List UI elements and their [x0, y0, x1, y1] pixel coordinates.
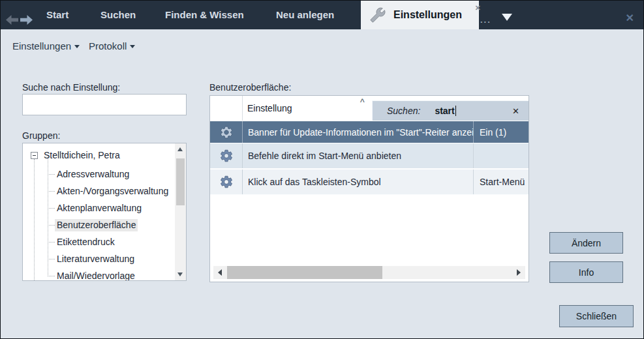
- tree-connector-line: [34, 159, 35, 280]
- tab-bar: Start Suchen Finden & Wissen Neu anlegen…: [1, 1, 643, 29]
- tab-dropdown-caret-icon[interactable]: [502, 14, 512, 21]
- settings-table: Einstellung ^ Suchen: start ✕ Banner für…: [209, 95, 529, 282]
- tree-collapse-icon[interactable]: [31, 152, 38, 159]
- table-search-value[interactable]: start: [435, 106, 454, 116]
- aendern-button[interactable]: Ändern: [549, 232, 623, 254]
- back-icon[interactable]: [6, 15, 18, 27]
- info-button[interactable]: Info: [549, 261, 623, 283]
- scrollbar-thumb[interactable]: [176, 158, 185, 205]
- menu-einstellungen[interactable]: Einstellungen: [12, 40, 80, 52]
- tab-suchen[interactable]: Suchen: [100, 9, 136, 20]
- sort-ascending-icon[interactable]: ^: [360, 97, 365, 108]
- tree-item-etikettendruck[interactable]: Etikettendruck: [55, 235, 117, 249]
- icon-column-header: [210, 96, 243, 121]
- forward-icon[interactable]: [20, 15, 33, 27]
- search-close-icon[interactable]: ✕: [512, 106, 519, 116]
- tree-item-akten-vorgangsverwaltung[interactable]: Akten-/Vorgangsverwaltung: [55, 184, 170, 198]
- gear-icon: [210, 170, 243, 194]
- setting-name: Befehle direkt im Start-Menü anbieten: [243, 143, 473, 168]
- scroll-left-icon[interactable]: [218, 269, 222, 276]
- schliessen-button[interactable]: Schließen: [559, 305, 634, 327]
- settings-table-title: Benutzeroberfläche:: [209, 82, 291, 93]
- tree-item-adressverwaltung[interactable]: Adressverwaltung: [55, 167, 131, 181]
- tab-einstellungen-active[interactable]: Einstellungen ✕: [361, 1, 479, 29]
- tree-vertical-scrollbar[interactable]: [175, 143, 186, 280]
- setting-name: Klick auf das Taskleisten-Symbol: [243, 170, 473, 194]
- setting-value: Ein (1): [473, 121, 529, 143]
- tree-item-label: Benutzeroberfläche: [55, 219, 138, 231]
- text-cursor: [455, 106, 456, 116]
- tree-root-item[interactable]: Stelltdichein, Petra: [31, 148, 122, 162]
- menu-protokoll[interactable]: Protokoll: [89, 40, 135, 52]
- history-navigation: [6, 15, 33, 27]
- setting-value: [473, 143, 529, 168]
- setting-search-input[interactable]: [22, 94, 187, 115]
- tree-root-label: Stelltdichein, Petra: [42, 149, 122, 162]
- scroll-right-icon[interactable]: [517, 269, 521, 276]
- tree-item-label: Literaturverwaltung: [55, 253, 136, 265]
- tree-item-mail-wiedervorlage[interactable]: Mail/Wiedervorlage: [55, 269, 137, 281]
- tree-item-literaturverwaltung[interactable]: Literaturverwaltung: [55, 252, 136, 266]
- tab-start[interactable]: Start: [46, 9, 69, 20]
- column-header-einstellung[interactable]: Einstellung: [247, 103, 292, 113]
- menu-protokoll-label: Protokoll: [89, 40, 127, 52]
- tree-item-label: Adressverwaltung: [55, 168, 131, 181]
- tree-item-label: Akten-/Vorgangsverwaltung: [55, 185, 170, 198]
- wrench-icon: [370, 7, 386, 23]
- tab-neu-anlegen[interactable]: Neu anlegen: [276, 9, 334, 20]
- groups-label: Gruppen:: [22, 130, 60, 141]
- setting-value: Start-Menü: [473, 170, 529, 194]
- table-search-label: Suchen:: [387, 106, 420, 116]
- window-close-icon[interactable]: ✕: [626, 13, 634, 23]
- chevron-down-icon: [74, 45, 80, 48]
- tab-close-icon[interactable]: ✕: [475, 4, 481, 12]
- active-tab-label: Einstellungen: [393, 9, 462, 21]
- gear-icon: [210, 121, 243, 143]
- gear-icon: [210, 143, 243, 168]
- tab-overflow-dots: ...: [480, 15, 491, 25]
- tree-item-aktenplanverwaltung[interactable]: Aktenplanverwaltung: [55, 201, 144, 215]
- settings-window: Start Suchen Finden & Wissen Neu anlegen…: [0, 0, 644, 339]
- setting-search-label: Suche nach Einstellung:: [22, 82, 120, 93]
- groups-tree: Stelltdichein, Petra Adressverwaltung Ak…: [22, 143, 187, 281]
- table-row-selected[interactable]: Banner für Update-Informationen im "Star…: [210, 121, 529, 143]
- scroll-down-icon[interactable]: [177, 273, 183, 276]
- table-horizontal-scrollbar[interactable]: [213, 266, 525, 279]
- scrollbar-thumb[interactable]: [227, 266, 382, 279]
- table-row[interactable]: Klick auf das Taskleisten-Symbol Start-M…: [210, 170, 529, 195]
- chevron-down-icon: [130, 45, 135, 48]
- scroll-up-icon[interactable]: [177, 147, 183, 151]
- table-search-box[interactable]: Suchen: start ✕: [372, 100, 529, 121]
- menu-einstellungen-label: Einstellungen: [12, 40, 71, 52]
- table-row[interactable]: Befehle direkt im Start-Menü anbieten: [210, 143, 529, 169]
- tab-finden-wissen[interactable]: Finden & Wissen: [165, 9, 244, 20]
- tree-item-label: Aktenplanverwaltung: [55, 202, 144, 214]
- tree-item-label: Etikettendruck: [55, 236, 117, 248]
- setting-name: Banner für Update-Informationen im "Star…: [243, 121, 473, 143]
- tree-item-label: Mail/Wiedervorlage: [55, 270, 137, 282]
- tree-item-benutzeroberflaeche[interactable]: Benutzeroberfläche: [55, 218, 138, 232]
